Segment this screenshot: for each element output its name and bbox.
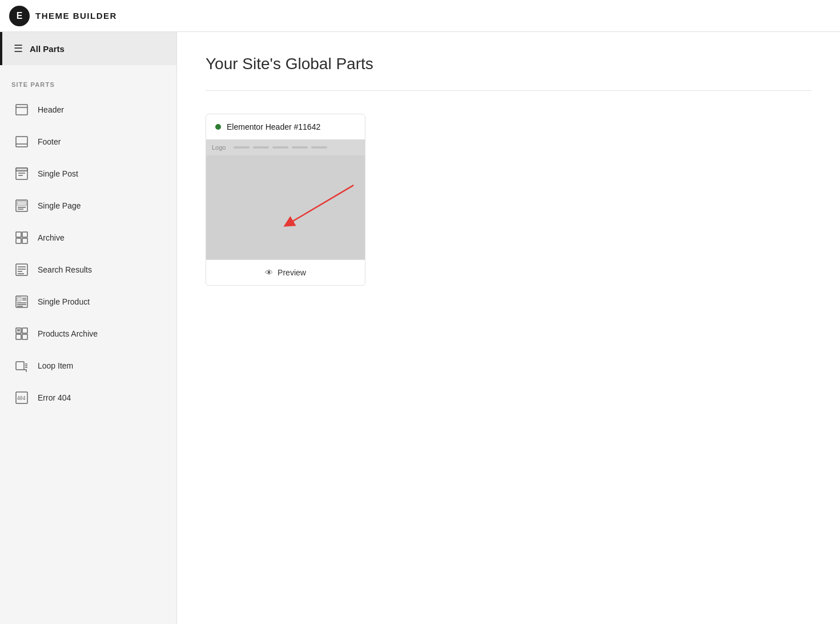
error-404-icon: 404 <box>14 390 30 406</box>
sidebar-item-error-404[interactable]: 404 Error 404 <box>0 382 176 414</box>
sidebar-item-label: Loop Item <box>38 361 73 370</box>
sidebar-item-products-archive[interactable]: Products Archive <box>0 318 176 350</box>
sidebar-item-label: Single Post <box>38 169 78 178</box>
header-icon <box>14 102 30 118</box>
header-card: Elementor Header #11642 Logo <box>206 114 365 286</box>
preview-nav-line <box>234 146 250 149</box>
archive-icon <box>14 230 30 246</box>
preview-nav-line <box>272 146 288 149</box>
search-results-icon <box>14 262 30 278</box>
sidebar-item-search-results[interactable]: Search Results <box>0 254 176 286</box>
preview-logo-text: Logo <box>212 144 226 151</box>
footer-icon <box>14 134 30 150</box>
sidebar-item-header[interactable]: Header <box>0 94 176 126</box>
svg-rect-35 <box>16 362 24 370</box>
svg-text:404: 404 <box>17 396 26 401</box>
sidebar-item-label: Error 404 <box>38 393 71 402</box>
all-parts-label: All Parts <box>30 44 65 54</box>
sidebar-item-label: Single Product <box>38 297 90 306</box>
svg-rect-32 <box>22 334 27 339</box>
svg-rect-8 <box>16 168 27 171</box>
svg-rect-15 <box>16 238 21 243</box>
single-post-icon <box>14 166 30 182</box>
single-page-icon <box>14 198 30 214</box>
main-content: Your Site's Global Parts Elementor Heade… <box>177 32 840 624</box>
card-preview-header-bar: Logo <box>206 139 365 155</box>
elementor-logo-icon: E <box>9 6 30 26</box>
sidebar-item-loop-item[interactable]: Loop Item <box>0 350 176 382</box>
preview-nav-lines <box>234 146 327 149</box>
preview-label: Preview <box>278 268 306 277</box>
card-preview-button[interactable]: 👁 Preview <box>206 259 365 285</box>
sidebar-item-label: Single Page <box>38 201 81 210</box>
sidebar-item-label: Header <box>38 105 64 114</box>
sidebar-item-label: Archive <box>38 233 65 242</box>
preview-nav-line <box>292 146 308 149</box>
svg-rect-30 <box>22 328 27 333</box>
status-dot <box>215 124 221 130</box>
svg-rect-14 <box>22 232 27 237</box>
products-archive-icon <box>14 326 30 342</box>
card-title: Elementor Header #11642 <box>227 122 320 131</box>
menu-icon: ☰ <box>14 42 23 55</box>
all-parts-nav-item[interactable]: ☰ All Parts <box>0 32 176 65</box>
svg-rect-13 <box>16 232 21 237</box>
svg-rect-23 <box>17 297 21 301</box>
svg-rect-0 <box>16 105 27 115</box>
divider <box>206 90 811 91</box>
sidebar-item-footer[interactable]: Footer <box>0 126 176 158</box>
app-title: THEME BUILDER <box>35 11 117 21</box>
red-arrow-overlay <box>206 139 365 259</box>
card-header: Elementor Header #11642 <box>206 114 365 139</box>
sidebar-item-single-post[interactable]: Single Post <box>0 158 176 190</box>
loop-item-icon <box>14 358 30 374</box>
single-product-icon <box>14 294 30 310</box>
card-preview-area: Logo <box>206 139 365 259</box>
svg-rect-2 <box>16 137 27 147</box>
svg-rect-10 <box>17 201 26 206</box>
topbar: E THEME BUILDER <box>0 0 840 32</box>
sidebar-item-label: Products Archive <box>38 329 98 338</box>
card-preview-inner: Logo <box>206 139 365 259</box>
sidebar-item-single-page[interactable]: Single Page <box>0 190 176 222</box>
eye-icon: 👁 <box>265 268 273 277</box>
topbar-logo: E THEME BUILDER <box>9 6 117 26</box>
svg-rect-31 <box>16 334 21 339</box>
site-parts-section-title: SITE PARTS <box>0 65 176 94</box>
sidebar-item-label: Footer <box>38 137 61 146</box>
main-layout: ☰ All Parts SITE PARTS Header Footer <box>0 32 840 624</box>
sidebar-item-single-product[interactable]: Single Product <box>0 286 176 318</box>
svg-line-41 <box>288 185 353 224</box>
page-title: Your Site's Global Parts <box>206 55 811 73</box>
sidebar-item-archive[interactable]: Archive <box>0 222 176 254</box>
preview-nav-line <box>253 146 269 149</box>
svg-rect-16 <box>22 238 27 243</box>
sidebar-item-label: Search Results <box>38 265 92 274</box>
preview-nav-line <box>311 146 327 149</box>
sidebar: ☰ All Parts SITE PARTS Header Footer <box>0 32 177 624</box>
